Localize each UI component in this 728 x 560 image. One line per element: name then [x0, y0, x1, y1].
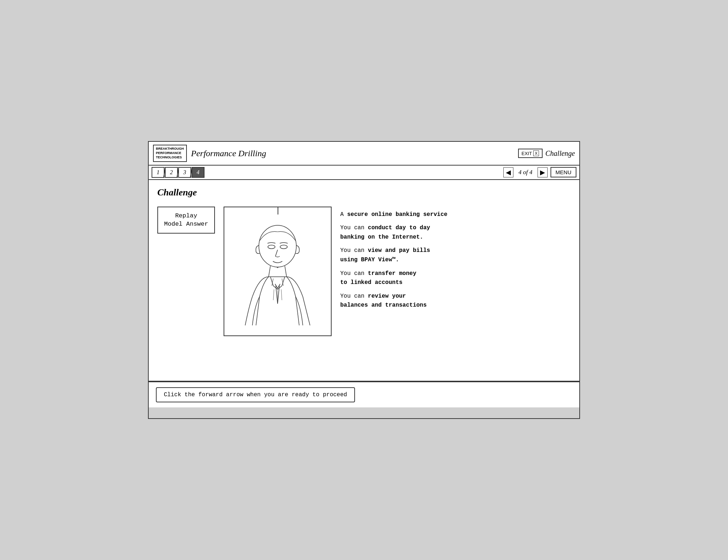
text-panel: A secure online banking service You can …	[340, 207, 571, 315]
svg-point-1	[268, 245, 275, 249]
content-area: ReplayModel Answer	[157, 207, 571, 336]
exit-label: EXIT	[522, 151, 532, 156]
tab-2[interactable]: 2	[165, 167, 178, 178]
logo-text: BREAKTHROUGH PERFORMANCE TECHNOLOGIES	[156, 147, 184, 159]
svg-point-2	[280, 245, 287, 249]
header-left: BREAKTHROUGH PERFORMANCE TECHNOLOGIES Pe…	[153, 145, 266, 162]
footer	[149, 407, 579, 418]
bold-text-4: transfer moneyto linked accounts	[340, 270, 416, 286]
tab-4[interactable]: 4	[192, 167, 205, 178]
bold-text-1: secure online banking service	[347, 211, 447, 218]
bottom-bar: Click the forward arrow when you are rea…	[149, 381, 579, 407]
status-message: Click the forward arrow when you are rea…	[156, 387, 355, 402]
tab-1[interactable]: 1	[152, 167, 165, 178]
logo-line3: TECHNOLOGIES	[156, 155, 182, 159]
logo-box: BREAKTHROUGH PERFORMANCE TECHNOLOGIES	[153, 145, 187, 162]
prev-arrow-button[interactable]: ◀	[503, 167, 513, 177]
header-right: EXIT X Challenge	[518, 149, 575, 158]
section-title: Challenge	[157, 187, 571, 198]
nav-controls: ◀ 4 of 4 ▶ MENU	[503, 167, 576, 177]
avatar-image	[234, 214, 321, 329]
content-line-4: You can transfer moneyto linked accounts	[340, 269, 571, 288]
main-content: Challenge ReplayModel Answer	[149, 180, 579, 381]
content-line-1: A secure online banking service	[340, 210, 571, 220]
avatar-top-line	[278, 207, 278, 214]
content-line-5: You can review yourbalances and transact…	[340, 292, 571, 310]
next-arrow-button[interactable]: ▶	[538, 167, 548, 177]
exit-button[interactable]: EXIT X	[518, 149, 543, 158]
bold-text-2: conduct day to daybanking on the Interne…	[340, 225, 430, 240]
left-panel: ReplayModel Answer	[157, 207, 215, 234]
content-line-3: You can view and pay billsusing BPAY Vie…	[340, 246, 571, 265]
page-indicator: 4 of 4	[516, 168, 535, 177]
app-title: Performance Drilling	[191, 149, 266, 158]
header-challenge-label: Challenge	[545, 149, 575, 158]
exit-x: X	[533, 150, 539, 156]
avatar-container	[224, 207, 332, 336]
logo-line2: PERFORMANCE	[156, 151, 181, 155]
bold-text-5: review yourbalances and transactions	[340, 293, 427, 309]
menu-button[interactable]: MENU	[551, 167, 576, 177]
app-window: BREAKTHROUGH PERFORMANCE TECHNOLOGIES Pe…	[148, 141, 580, 419]
tab-3[interactable]: 3	[178, 167, 191, 178]
replay-model-answer-button[interactable]: ReplayModel Answer	[157, 207, 215, 234]
content-line-2: You can conduct day to daybanking on the…	[340, 223, 571, 242]
tab-bar: 1 2 3 4 ◀ 4 of 4 ▶ MENU	[149, 166, 579, 180]
logo-line1: BREAKTHROUGH	[156, 147, 184, 150]
tabs: 1 2 3 4	[152, 167, 205, 178]
bold-text-3: view and pay billsusing BPAY View™.	[340, 247, 430, 263]
header: BREAKTHROUGH PERFORMANCE TECHNOLOGIES Pe…	[149, 142, 579, 165]
